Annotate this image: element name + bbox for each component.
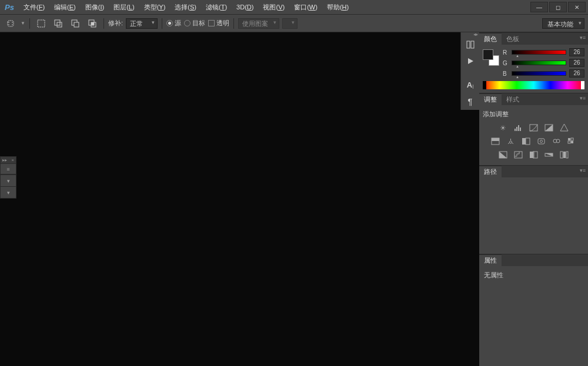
panel-menu-icon[interactable]: ▾≡ bbox=[580, 95, 586, 101]
svg-rect-12 bbox=[467, 41, 470, 48]
vibrance-icon[interactable] bbox=[559, 123, 569, 132]
paths-list[interactable] bbox=[479, 177, 588, 254]
close-icon[interactable]: × bbox=[11, 157, 14, 163]
tab-paths[interactable]: 路径 bbox=[479, 166, 502, 177]
menu-window[interactable]: 窗口(W) bbox=[289, 3, 322, 12]
levels-icon[interactable] bbox=[513, 123, 523, 132]
selection-intersect-icon[interactable] bbox=[85, 18, 99, 29]
panel-menu-icon[interactable]: ▾≡ bbox=[580, 167, 586, 173]
svg-marker-43 bbox=[545, 153, 553, 156]
tab-properties[interactable]: 属性 bbox=[479, 254, 502, 266]
chevron-down-icon[interactable]: ▼ bbox=[21, 21, 25, 26]
right-panels: 颜色 色板 ▾≡ R 26 G 26 B bbox=[479, 32, 588, 366]
use-pattern-button: 使用图案 bbox=[238, 18, 279, 29]
add-adjustment-label: 添加调整 bbox=[483, 110, 584, 119]
curves-icon[interactable] bbox=[529, 123, 539, 132]
hue-saturation-icon[interactable] bbox=[490, 137, 500, 146]
expand-icon[interactable]: ▸▸ bbox=[2, 157, 7, 163]
svg-rect-40 bbox=[534, 152, 537, 158]
svg-rect-44 bbox=[560, 152, 563, 158]
foreground-color-swatch[interactable] bbox=[483, 49, 493, 60]
b-slider[interactable] bbox=[512, 71, 566, 76]
svg-point-0 bbox=[8, 22, 9, 23]
tab-swatches[interactable]: 色板 bbox=[502, 33, 524, 45]
svg-marker-21 bbox=[545, 125, 553, 131]
collapsed-panel-button-2[interactable]: ▾ bbox=[1, 186, 16, 198]
color-balance-icon[interactable] bbox=[506, 137, 516, 146]
options-bar: ▼ 修补: 正常 源 目标 透明 使用图案 基本功能 bbox=[0, 15, 588, 32]
brightness-contrast-icon[interactable]: ☀ bbox=[498, 123, 508, 132]
checkbox-transparent[interactable]: 透明 bbox=[208, 19, 229, 28]
minimize-button[interactable]: — bbox=[530, 2, 548, 12]
photo-filter-icon[interactable] bbox=[536, 137, 546, 146]
menu-type[interactable]: 类型(Y) bbox=[139, 3, 171, 12]
paths-panel: 路径 ▾≡ bbox=[479, 165, 588, 254]
app-logo: Ps bbox=[2, 0, 16, 14]
black-white-icon[interactable] bbox=[521, 137, 531, 146]
collapsed-panel-button-1[interactable]: ▾ bbox=[1, 174, 16, 186]
channel-mixer-icon[interactable] bbox=[552, 137, 562, 146]
hue-strip[interactable] bbox=[483, 81, 584, 89]
posterize-icon[interactable] bbox=[513, 150, 523, 159]
selection-subtract-icon[interactable] bbox=[68, 18, 82, 29]
g-slider[interactable] bbox=[512, 61, 566, 65]
workspace-selector[interactable]: 基本功能 bbox=[542, 18, 584, 29]
menu-edit[interactable]: 编辑(E) bbox=[49, 3, 81, 12]
maximize-button[interactable]: ◻ bbox=[549, 2, 567, 12]
b-label: B bbox=[503, 70, 509, 77]
menu-filter[interactable]: 滤镜(T) bbox=[201, 3, 232, 12]
panel-collapse-icon[interactable]: ◂▸ bbox=[473, 32, 478, 37]
threshold-icon[interactable] bbox=[529, 150, 539, 159]
menu-view[interactable]: 视图(V) bbox=[258, 3, 289, 12]
radio-destination[interactable]: 目标 bbox=[184, 19, 205, 28]
paragraph-icon[interactable]: ¶ bbox=[461, 93, 479, 109]
svg-rect-35 bbox=[571, 141, 573, 143]
patch-tool-icon[interactable] bbox=[4, 18, 18, 29]
menu-help[interactable]: 帮助(H) bbox=[322, 3, 353, 12]
svg-rect-28 bbox=[538, 139, 544, 144]
mode-select[interactable]: 正常 bbox=[126, 18, 158, 29]
invert-icon[interactable] bbox=[498, 150, 508, 159]
tab-adjustments[interactable]: 调整 bbox=[479, 93, 502, 105]
r-slider[interactable] bbox=[512, 50, 566, 55]
exposure-icon[interactable] bbox=[544, 123, 554, 132]
svg-rect-4 bbox=[38, 20, 45, 27]
svg-rect-33 bbox=[571, 138, 573, 140]
selection-add-icon[interactable] bbox=[51, 18, 65, 29]
r-value[interactable]: 26 bbox=[569, 48, 584, 56]
gradient-map-icon[interactable] bbox=[544, 150, 554, 159]
menu-layer[interactable]: 图层(L) bbox=[109, 3, 139, 12]
selective-color-icon[interactable] bbox=[559, 150, 569, 159]
menu-select[interactable]: 选择(S) bbox=[170, 3, 201, 12]
menu-3d[interactable]: 3D(D) bbox=[232, 4, 258, 11]
g-value[interactable]: 26 bbox=[569, 59, 584, 67]
svg-rect-11 bbox=[91, 22, 94, 25]
actions-icon[interactable] bbox=[461, 53, 479, 69]
collapsed-panel-icon[interactable]: ≡ bbox=[1, 164, 16, 174]
menu-file[interactable]: 文件(F) bbox=[19, 3, 49, 12]
selection-new-icon[interactable] bbox=[34, 18, 48, 29]
svg-rect-27 bbox=[526, 138, 530, 145]
left-collapsed-panel: ▸▸ × ≡ ▾ ▾ bbox=[0, 156, 16, 199]
svg-point-2 bbox=[8, 24, 9, 25]
menu-image[interactable]: 图像(I) bbox=[81, 3, 109, 12]
b-value[interactable]: 26 bbox=[569, 69, 584, 78]
history-icon[interactable] bbox=[461, 37, 479, 52]
character-icon[interactable]: A| bbox=[461, 77, 479, 92]
foreground-background-swatch[interactable] bbox=[483, 49, 499, 66]
canvas-area[interactable] bbox=[0, 32, 479, 366]
tab-color[interactable]: 颜色 bbox=[479, 33, 502, 45]
panel-menu-icon[interactable]: ▾≡ bbox=[580, 35, 586, 41]
svg-marker-14 bbox=[468, 58, 473, 64]
color-lookup-icon[interactable] bbox=[567, 137, 577, 146]
radio-source[interactable]: 源 bbox=[166, 19, 181, 28]
svg-point-25 bbox=[510, 141, 512, 143]
close-button[interactable]: ✕ bbox=[568, 2, 586, 12]
svg-rect-32 bbox=[568, 138, 570, 140]
collapsed-panel-strip: ◂▸ A| ¶ bbox=[460, 32, 479, 110]
svg-rect-34 bbox=[568, 141, 570, 143]
g-label: G bbox=[503, 60, 509, 66]
svg-rect-16 bbox=[516, 127, 517, 131]
tab-styles[interactable]: 样式 bbox=[502, 93, 524, 105]
svg-marker-22 bbox=[560, 124, 568, 131]
